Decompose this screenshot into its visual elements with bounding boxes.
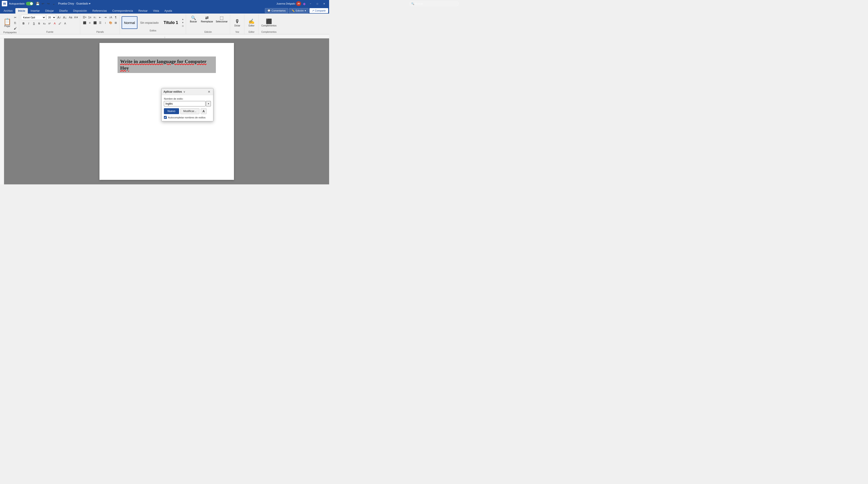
format-painter-button[interactable]: 🖌 (13, 26, 18, 31)
edicion-content: 🔍 Buscar ⇄ Reemplazar ⬚ Seleccionar (188, 15, 228, 30)
tab-inicio[interactable]: Inicio (16, 8, 28, 13)
dictar-button[interactable]: 🎙 Dictar (232, 18, 243, 27)
complementos-button[interactable]: ⬛ Complementos (260, 18, 277, 27)
ribbon-group-estilos: Normal Sin espaciado Título 1 ▲ ▼ ⊡ Esti… (120, 14, 186, 34)
show-marks-button[interactable]: ¶ (113, 15, 118, 20)
sort-button[interactable]: ↕A (108, 15, 113, 20)
tab-referencias[interactable]: Referencias (90, 8, 110, 13)
tab-correspondencia[interactable]: Correspondencia (110, 8, 135, 13)
edition-button[interactable]: ✏️ Edición ▾ (289, 8, 309, 13)
modificar-button[interactable]: Modificar... (180, 108, 199, 114)
voz-label: Voz (232, 30, 243, 34)
page[interactable]: Write in another language for Computer H… (99, 43, 234, 180)
multilevel-button[interactable]: ≡↓ (92, 15, 97, 20)
para-group-2: ⬛ ≡ ⬛ ☰ ↕ 🎨 ⊞ (82, 20, 118, 25)
borders-button[interactable]: ⊞ (113, 20, 118, 25)
comments-button[interactable]: 💬 Comentarios (265, 8, 288, 13)
document-title: Write in another language for Computer H… (118, 57, 216, 73)
numbering-button[interactable]: 1≡ (87, 15, 92, 20)
editor-content: ✍ Editor (246, 15, 257, 30)
style-titulo1[interactable]: Título 1 (161, 16, 180, 29)
tab-revisar[interactable]: Revisar (135, 8, 150, 13)
autosave-area: Autoguardado (9, 2, 33, 5)
dialog-collapse-button[interactable]: ∨ (183, 90, 185, 93)
styles-scroll-up[interactable]: ▲ (181, 18, 184, 21)
complementos-label: Complementos (260, 30, 277, 34)
font-preview-button[interactable]: A (201, 108, 207, 114)
strikethrough-button[interactable]: S (37, 21, 41, 26)
editor-button[interactable]: ✍ Editor (246, 18, 257, 27)
portapapeles-small-btns: ✂ ⎘ 🖌 (13, 15, 18, 31)
customize-icon[interactable]: ⌄ (51, 1, 56, 6)
superscript-button[interactable]: x² (47, 21, 52, 26)
bullets-button[interactable]: ☰• (82, 15, 87, 20)
justify-button[interactable]: ☰ (98, 20, 103, 25)
style-normal[interactable]: Normal (122, 16, 137, 29)
text-color-button[interactable]: A (63, 21, 68, 26)
copy-button[interactable]: ⎘ (13, 20, 18, 25)
paste-icon: 📋 (3, 19, 11, 25)
tab-archivo[interactable]: Archivo (1, 8, 16, 13)
style-name-dropdown[interactable]: ▾ (206, 101, 211, 106)
user-avatar[interactable]: JD (296, 1, 301, 6)
font-color-button[interactable]: A (52, 21, 57, 26)
indent-increase-button[interactable]: ⇥ (103, 15, 108, 20)
pegar-button[interactable]: 📋 Pegar (2, 18, 12, 28)
tab-ayuda[interactable]: Ayuda (162, 8, 175, 13)
italic-button[interactable]: I (26, 21, 31, 26)
reemplazar-button[interactable]: ⇄ Reemplazar (200, 15, 214, 23)
apply-styles-dialog[interactable]: Aplicar estilos ∨ ✕ Nombre de estilo: ▾ … (161, 88, 213, 121)
font-clear-button[interactable]: A✕ (74, 15, 79, 20)
align-right-button[interactable]: ⬛ (92, 20, 97, 25)
editor-icon: ✍ (248, 19, 254, 24)
select-icon: ⬚ (220, 15, 223, 20)
font-row: Kaisei Opti 20 A↑ A↓ Aa A✕ (21, 15, 79, 20)
dialog-close-button[interactable]: ✕ (207, 90, 211, 94)
font-size-select[interactable]: 20 (46, 15, 56, 20)
tab-disposicion[interactable]: Disposición (70, 8, 90, 13)
styles-scroll-down[interactable]: ▼ (181, 21, 184, 24)
style-name-input[interactable] (164, 101, 206, 106)
cut-button[interactable]: ✂ (13, 15, 18, 20)
autosave-toggle[interactable] (26, 2, 33, 5)
font-family-select[interactable]: Kaisei Opti (21, 15, 46, 20)
align-center-button[interactable]: ≡ (87, 20, 92, 25)
tab-insertar[interactable]: Insertar (28, 8, 42, 13)
buscar-button[interactable]: 🔍 Buscar (188, 15, 199, 23)
doc-filename: Prueba Choy · Guardado ▾ (58, 2, 90, 5)
user-info: Juanma Delgado JD (276, 1, 301, 6)
tab-dibujar[interactable]: Dibujar (42, 8, 57, 13)
share-button[interactable]: ↗ Compartir (309, 8, 328, 13)
tab-diseno[interactable]: Diseño (57, 8, 70, 13)
close-button[interactable]: ✕ (321, 1, 327, 6)
tab-vista[interactable]: Vista (150, 8, 162, 13)
style-sin-espaciado[interactable]: Sin espaciado (138, 16, 161, 29)
redo-icon[interactable]: ↪ (46, 1, 51, 6)
seleccionar-button[interactable]: ⬚ Seleccionar (215, 15, 228, 23)
styles-expand[interactable]: ⊡ (181, 24, 184, 28)
bold-button[interactable]: B (21, 21, 26, 26)
save-icon[interactable]: 💾 (35, 1, 40, 6)
microphone-icon: 🎙 (235, 19, 240, 24)
subscript-button[interactable]: x₂ (42, 21, 47, 26)
edicion-label: Edición (188, 30, 228, 34)
indent-decrease-button[interactable]: ⇤ (98, 15, 103, 20)
underline-button[interactable]: S (31, 21, 36, 26)
doc-scroll-area[interactable]: Write in another language for Computer H… (4, 38, 329, 184)
undo-icon[interactable]: ↩ (40, 1, 45, 6)
autocomplete-label: Autocompletar nombres de estilos (168, 116, 206, 119)
font-shrink-button[interactable]: A↓ (62, 15, 67, 20)
minimize-button[interactable]: − (307, 1, 314, 6)
maximize-button[interactable]: □ (314, 1, 320, 6)
font-case-button[interactable]: Aa (68, 15, 73, 20)
highlight-button[interactable]: 🖊 (57, 21, 62, 26)
autocomplete-checkbox[interactable] (164, 116, 167, 119)
line-spacing-button[interactable]: ↕ (103, 20, 108, 25)
autosave-label: Autoguardado (9, 2, 25, 5)
shading-button[interactable]: 🎨 (108, 20, 113, 25)
font-grow-button[interactable]: A↑ (57, 15, 62, 20)
nuevo-button[interactable]: Nuevo (164, 108, 179, 114)
portapapeles-content: 📋 Pegar ✂ ⎘ 🖌 (2, 15, 18, 31)
dialog-title-text: Aplicar estilos (163, 90, 182, 93)
align-left-button[interactable]: ⬛ (82, 20, 87, 25)
